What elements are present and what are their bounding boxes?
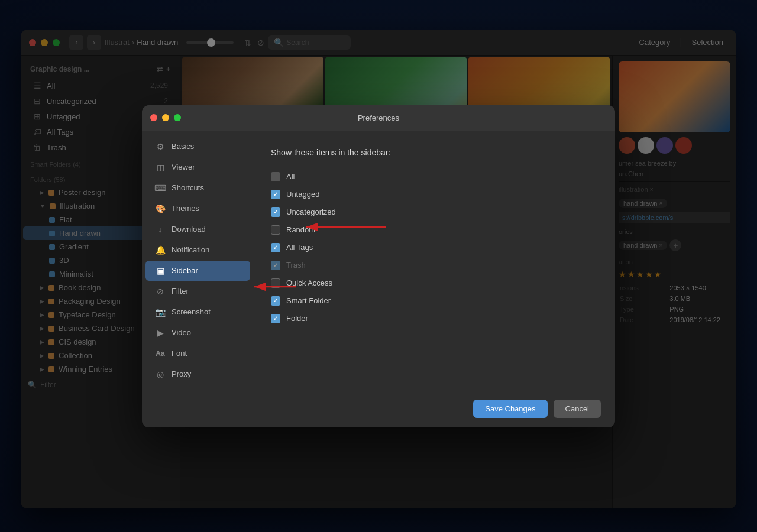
checkbox-row-uncategorized: Uncategorized: [271, 203, 599, 221]
sidebar-pref-icon: ▣: [155, 265, 166, 276]
modal-close-button[interactable]: [150, 114, 157, 121]
checkbox-row-smart-folder: Smart Folder: [271, 292, 599, 310]
themes-icon: 🎨: [155, 203, 166, 214]
download-icon: ↓: [155, 224, 166, 235]
checkbox-uncategorized[interactable]: [271, 207, 280, 217]
font-icon: Aa: [155, 348, 166, 359]
checkbox-row-folder: Folder: [271, 310, 599, 327]
modal-overlay: Preferences ⚙ Basics ◫ Viewer ⌨ Shortcut…: [0, 0, 757, 532]
proxy-icon: ◎: [155, 369, 166, 379]
checkbox-quick-access[interactable]: [271, 278, 280, 288]
pref-nav-video[interactable]: ▶ Video: [145, 323, 250, 343]
notification-icon: 🔔: [155, 245, 166, 255]
modal-sidebar: ⚙ Basics ◫ Viewer ⌨ Shortcuts 🎨 Themes ↓: [142, 131, 254, 390]
pref-nav-basics[interactable]: ⚙ Basics: [145, 137, 250, 157]
pref-nav-viewer[interactable]: ◫ Viewer: [145, 157, 250, 177]
modal-section-title: Show these items in the sidebar:: [271, 148, 599, 157]
modal-footer: Save Changes Cancel: [142, 390, 615, 427]
modal-title: Preferences: [186, 113, 571, 122]
modal-minimize-button[interactable]: [162, 114, 169, 121]
checkbox-all-tags[interactable]: [271, 243, 280, 252]
checkbox-label-uncategorized: Uncategorized: [286, 207, 336, 216]
checkbox-all[interactable]: [271, 172, 280, 181]
modal-content-area: Show these items in the sidebar: All Unt…: [254, 131, 615, 390]
checkbox-untagged[interactable]: [271, 190, 280, 199]
preferences-modal: Preferences ⚙ Basics ◫ Viewer ⌨ Shortcut…: [142, 105, 615, 427]
checkbox-label-smart-folder: Smart Folder: [286, 296, 331, 305]
modal-body: ⚙ Basics ◫ Viewer ⌨ Shortcuts 🎨 Themes ↓: [142, 131, 615, 390]
basics-icon: ⚙: [155, 141, 166, 152]
checkbox-label-untagged: Untagged: [286, 190, 319, 199]
checkbox-row-all: All: [271, 168, 599, 186]
checkbox-label-random: Random: [286, 225, 315, 234]
checkbox-label-trash: Trash: [286, 261, 306, 270]
checkbox-folder[interactable]: [271, 314, 280, 323]
checkbox-label-folder: Folder: [286, 314, 308, 323]
checkbox-row-trash: Trash: [271, 257, 599, 274]
checkbox-random[interactable]: [271, 225, 280, 235]
pref-nav-proxy[interactable]: ◎ Proxy: [145, 364, 250, 384]
video-icon: ▶: [155, 327, 166, 338]
pref-nav-notification[interactable]: 🔔 Notification: [145, 240, 250, 260]
screenshot-icon: 📷: [155, 307, 166, 317]
checkbox-row-all-tags: All Tags: [271, 239, 599, 257]
checkbox-label-quick-access: Quick Access: [286, 278, 332, 287]
save-changes-button[interactable]: Save Changes: [473, 400, 547, 418]
checkbox-smart-folder[interactable]: [271, 296, 280, 306]
checkbox-trash[interactable]: [271, 261, 280, 270]
checkbox-row-untagged: Untagged: [271, 186, 599, 203]
pref-nav-shortcuts[interactable]: ⌨ Shortcuts: [145, 178, 250, 198]
pref-nav-sidebar[interactable]: ▣ Sidebar: [145, 261, 250, 281]
pref-nav-download[interactable]: ↓ Download: [145, 219, 250, 239]
checkbox-row-quick-access: Quick Access: [271, 274, 599, 292]
pref-nav-themes[interactable]: 🎨 Themes: [145, 199, 250, 219]
cancel-button[interactable]: Cancel: [554, 400, 601, 418]
checkbox-label-all-tags: All Tags: [286, 243, 313, 252]
filter-pref-icon: ⊘: [155, 286, 166, 297]
pref-nav-filter[interactable]: ⊘ Filter: [145, 281, 250, 301]
pref-nav-screenshot[interactable]: 📷 Screenshot: [145, 302, 250, 322]
pref-nav-font[interactable]: Aa Font: [145, 343, 250, 364]
viewer-icon: ◫: [155, 162, 166, 173]
modal-maximize-button[interactable]: [174, 114, 181, 121]
shortcuts-icon: ⌨: [155, 183, 166, 193]
modal-titlebar: Preferences: [142, 105, 615, 131]
checkbox-row-random: Random: [271, 221, 599, 239]
checkbox-label-all: All: [286, 172, 295, 181]
